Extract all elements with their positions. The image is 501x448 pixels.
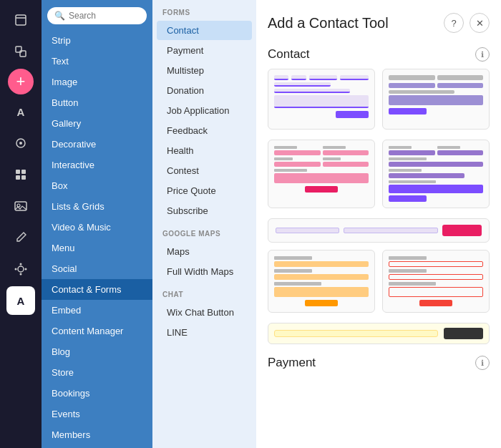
contact-form-preview-2[interactable] xyxy=(382,69,490,130)
sidebar-item-image[interactable]: Image xyxy=(42,72,152,92)
contact-form-preview-3[interactable] xyxy=(268,140,375,208)
mid-item-multistep[interactable]: Multistep xyxy=(157,61,252,80)
sidebar-item-decorative[interactable]: Decorative xyxy=(42,134,152,155)
svg-rect-7 xyxy=(21,170,26,174)
sidebar-item-button[interactable]: Button xyxy=(42,92,152,113)
search-box: 🔍 xyxy=(47,7,147,24)
contact-section-title: Contact xyxy=(268,47,310,62)
close-button[interactable]: ✕ xyxy=(470,13,490,33)
text-tool-icon[interactable]: A xyxy=(6,97,35,126)
header-actions: ? ✕ xyxy=(444,13,490,33)
contact-form-preview-wide-2[interactable] xyxy=(268,323,490,344)
mid-item-contest[interactable]: Contest xyxy=(157,161,252,180)
svg-point-5 xyxy=(19,142,22,145)
contact-form-preview-6[interactable] xyxy=(382,250,490,313)
svg-rect-9 xyxy=(21,175,26,180)
contact-cards-grid-row2 xyxy=(268,140,490,208)
gallery-icon[interactable] xyxy=(6,192,35,220)
mid-item-wix-chat[interactable]: Wix Chat Button xyxy=(157,303,252,322)
svg-point-12 xyxy=(18,266,24,272)
sidebar-item-box[interactable]: Box xyxy=(42,175,152,196)
contact-info-icon[interactable]: ℹ xyxy=(475,47,490,62)
market-icon[interactable]: A xyxy=(6,286,35,315)
main-panel: Add a Contact Tool ? ✕ Contact ℹ xyxy=(256,0,501,448)
sidebar-item-store[interactable]: Store xyxy=(42,362,152,383)
svg-point-13 xyxy=(20,263,22,266)
google-maps-section-label: GOOGLE MAPS xyxy=(152,221,256,241)
svg-rect-8 xyxy=(16,175,20,180)
svg-point-15 xyxy=(15,268,17,271)
contact-form-preview-wide-1[interactable] xyxy=(268,218,490,243)
contact-section-heading: Contact ℹ xyxy=(268,44,490,62)
main-header: Add a Contact Tool ? ✕ xyxy=(268,13,490,33)
apps-icon[interactable] xyxy=(6,255,35,283)
svg-rect-10 xyxy=(15,202,26,210)
mid-item-contact[interactable]: Contact xyxy=(157,21,252,40)
payment-info-icon[interactable]: ℹ xyxy=(475,356,490,370)
contact-form-preview-5[interactable] xyxy=(268,250,375,313)
contact-form-preview-1[interactable] xyxy=(268,69,375,130)
sidebar-item-members[interactable]: Members xyxy=(42,424,152,445)
mid-item-subscribe[interactable]: Subscribe xyxy=(157,201,252,220)
sidebar-item-text[interactable]: Text xyxy=(42,51,152,72)
pages-icon[interactable] xyxy=(6,6,35,34)
sidebar-item-contact-forms[interactable]: Contact & Forms xyxy=(42,279,152,300)
payment-section: Payment ℹ xyxy=(268,353,490,370)
mid-item-price-quote[interactable]: Price Quote xyxy=(157,181,252,200)
help-button[interactable]: ? xyxy=(444,13,464,33)
search-input[interactable] xyxy=(69,11,140,21)
sidebar-item-menu[interactable]: Menu xyxy=(42,238,152,258)
mid-item-health[interactable]: Health xyxy=(157,141,252,160)
sidebar-item-content-manager[interactable]: Content Manager xyxy=(42,321,152,341)
payment-section-title: Payment xyxy=(268,356,316,370)
mid-item-full-width-maps[interactable]: Full Width Maps xyxy=(157,262,252,281)
mid-item-donation[interactable]: Donation xyxy=(157,81,252,100)
svg-point-14 xyxy=(20,273,22,276)
mid-item-maps[interactable]: Maps xyxy=(157,242,252,261)
toolbar: + A A xyxy=(0,0,42,448)
sidebar-item-gallery[interactable]: Gallery xyxy=(42,113,152,134)
left-panel: 🔍 Strip Text Image Button Gallery Decora… xyxy=(42,0,152,448)
sidebar-item-blog[interactable]: Blog xyxy=(42,341,152,362)
media-icon[interactable] xyxy=(6,129,35,157)
contact-cards-grid-row1 xyxy=(268,69,490,130)
svg-point-11 xyxy=(17,204,20,207)
sidebar-item-interactive[interactable]: Interactive xyxy=(42,155,152,175)
svg-rect-0 xyxy=(16,15,26,25)
sidebar-item-social[interactable]: Social xyxy=(42,258,152,279)
pen-icon[interactable] xyxy=(6,223,35,252)
sidebar-item-lists-grids[interactable]: Lists & Grids xyxy=(42,196,152,217)
sidebar-item-strip[interactable]: Strip xyxy=(42,30,152,51)
middle-panel: FORMS Contact Payment Multistep Donation… xyxy=(152,0,256,448)
forms-section-label: FORMS xyxy=(152,0,256,20)
sidebar-item-my-designs[interactable]: My Designs xyxy=(42,445,152,448)
contact-cards-grid-row3 xyxy=(268,250,490,313)
contact-form-preview-4[interactable] xyxy=(382,140,490,208)
sidebar-item-events[interactable]: Events xyxy=(42,404,152,424)
sidebar-item-video-music[interactable]: Video & Music xyxy=(42,217,152,238)
mid-item-job-application[interactable]: Job Application xyxy=(157,101,252,120)
layers-icon[interactable] xyxy=(6,37,35,66)
payment-section-heading: Payment ℹ xyxy=(268,353,490,370)
svg-point-16 xyxy=(25,268,27,271)
mid-item-feedback[interactable]: Feedback xyxy=(157,121,252,140)
search-icon: 🔍 xyxy=(54,11,65,21)
add-element-button[interactable]: + xyxy=(8,69,34,94)
sidebar-item-embed[interactable]: Embed xyxy=(42,300,152,321)
chat-section-label: CHAT xyxy=(152,282,256,302)
widgets-icon[interactable] xyxy=(6,160,35,189)
page-title: Add a Contact Tool xyxy=(268,15,389,31)
svg-rect-6 xyxy=(16,170,20,174)
mid-item-line[interactable]: LINE xyxy=(157,323,252,342)
mid-item-payment[interactable]: Payment xyxy=(157,41,252,60)
sidebar-item-bookings[interactable]: Bookings xyxy=(42,383,152,404)
